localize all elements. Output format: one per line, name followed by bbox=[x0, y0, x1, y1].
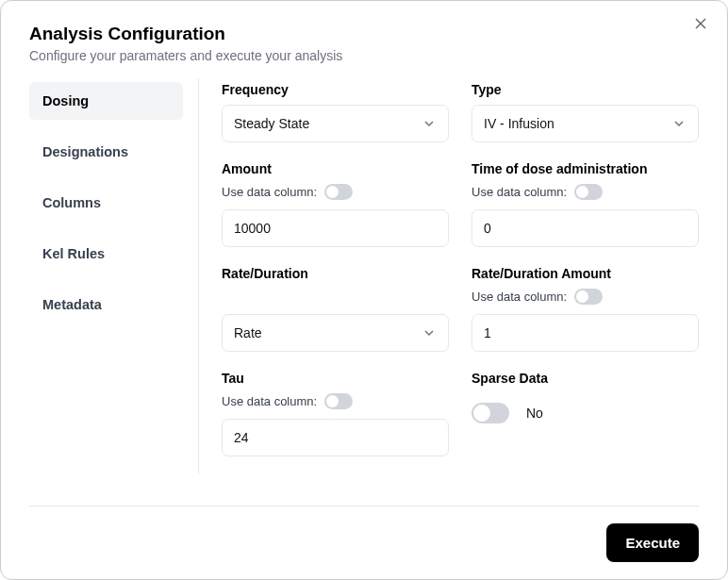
input-value: 10000 bbox=[234, 221, 271, 236]
modal-title: Analysis Configuration bbox=[29, 24, 699, 44]
sparse-toggle-row: No bbox=[472, 403, 699, 423]
sidebar-item-kel-rules[interactable]: Kel Rules bbox=[29, 235, 183, 273]
use-data-col-label: Use data column: bbox=[222, 394, 317, 408]
toggle-amount-data-col[interactable] bbox=[324, 184, 353, 200]
select-value: Steady State bbox=[234, 116, 309, 131]
toggle-rate-duration-amount-data-col[interactable] bbox=[574, 289, 603, 305]
toggle-sparse-data[interactable] bbox=[472, 403, 509, 423]
select-value: IV - Infusion bbox=[484, 116, 554, 131]
chevron-down-icon bbox=[422, 325, 437, 340]
sparse-value-label: No bbox=[526, 406, 543, 421]
chevron-down-icon bbox=[422, 116, 437, 131]
use-data-col-label: Use data column: bbox=[472, 290, 567, 304]
select-value: Rate bbox=[234, 325, 262, 340]
use-data-col-amount: Use data column: bbox=[222, 184, 449, 200]
modal-subtitle: Configure your paramaters and execute yo… bbox=[29, 48, 699, 63]
main-panel: Frequency Steady State Type IV - Infusio… bbox=[199, 78, 699, 474]
field-time-of-dose: Time of dose administration Use data col… bbox=[472, 161, 699, 247]
sidebar-item-label: Metadata bbox=[42, 297, 102, 312]
field-type: Type IV - Infusion bbox=[472, 82, 699, 142]
sidebar-item-metadata[interactable]: Metadata bbox=[29, 286, 183, 323]
select-rate-duration[interactable]: Rate bbox=[222, 314, 449, 352]
modal-header: Analysis Configuration Configure your pa… bbox=[1, 1, 727, 78]
modal-content: Dosing Designations Columns Kel Rules Me… bbox=[1, 78, 727, 474]
label-rate-duration-amount: Rate/Duration Amount bbox=[472, 266, 699, 281]
sidebar-item-label: Kel Rules bbox=[42, 246, 105, 261]
sidebar-item-designations[interactable]: Designations bbox=[29, 133, 183, 171]
input-value: 24 bbox=[234, 430, 249, 445]
field-rate-duration: Rate/Duration Rate bbox=[222, 266, 449, 352]
sidebar-item-label: Designations bbox=[42, 144, 128, 159]
input-value: 0 bbox=[484, 221, 491, 236]
field-tau: Tau Use data column: 24 bbox=[222, 371, 449, 456]
sidebar-item-label: Columns bbox=[42, 195, 101, 210]
execute-button[interactable]: Execute bbox=[606, 523, 699, 562]
analysis-config-modal: Analysis Configuration Configure your pa… bbox=[0, 0, 728, 580]
modal-footer: Execute bbox=[29, 505, 699, 579]
use-data-col-rate-duration-amount: Use data column: bbox=[472, 289, 699, 305]
use-data-col-label: Use data column: bbox=[472, 185, 567, 199]
input-rate-duration-amount[interactable]: 1 bbox=[472, 314, 699, 352]
sidebar-item-label: Dosing bbox=[42, 93, 89, 108]
close-icon bbox=[693, 16, 708, 31]
toggle-tau-data-col[interactable] bbox=[324, 393, 353, 409]
input-time-of-dose[interactable]: 0 bbox=[472, 209, 699, 247]
field-rate-duration-amount: Rate/Duration Amount Use data column: 1 bbox=[472, 266, 699, 352]
input-value: 1 bbox=[484, 325, 491, 340]
label-type: Type bbox=[472, 82, 699, 97]
field-amount: Amount Use data column: 10000 bbox=[222, 161, 449, 247]
use-data-col-time-of-dose: Use data column: bbox=[472, 184, 699, 200]
input-amount[interactable]: 10000 bbox=[222, 209, 449, 247]
label-sparse-data: Sparse Data bbox=[472, 371, 699, 386]
use-data-col-tau: Use data column: bbox=[222, 393, 449, 409]
toggle-time-of-dose-data-col[interactable] bbox=[574, 184, 603, 200]
select-frequency[interactable]: Steady State bbox=[222, 105, 449, 142]
label-rate-duration: Rate/Duration bbox=[222, 266, 449, 281]
close-button[interactable] bbox=[693, 16, 708, 31]
chevron-down-icon bbox=[671, 116, 687, 131]
input-tau[interactable]: 24 bbox=[222, 419, 449, 456]
use-data-col-label: Use data column: bbox=[222, 185, 317, 199]
label-time-of-dose: Time of dose administration bbox=[472, 161, 699, 176]
sidebar-item-columns[interactable]: Columns bbox=[29, 184, 183, 222]
label-frequency: Frequency bbox=[222, 82, 449, 97]
label-tau: Tau bbox=[222, 371, 449, 386]
field-sparse-data: Sparse Data No bbox=[472, 371, 699, 456]
label-amount: Amount bbox=[222, 161, 449, 176]
sidebar-item-dosing[interactable]: Dosing bbox=[29, 82, 183, 120]
field-frequency: Frequency Steady State bbox=[222, 82, 449, 142]
select-type[interactable]: IV - Infusion bbox=[472, 105, 699, 142]
sidebar: Dosing Designations Columns Kel Rules Me… bbox=[29, 78, 199, 474]
